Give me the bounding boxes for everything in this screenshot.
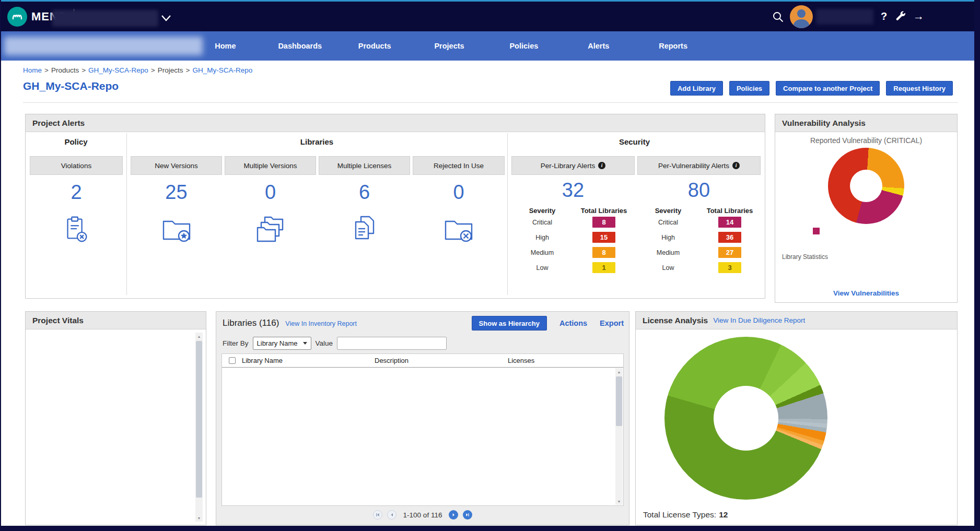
due-diligence-report-link[interactable]: View In Due Diligence Report	[713, 316, 805, 324]
nav-item-products[interactable]: Products	[337, 31, 412, 61]
alert-count: 6	[319, 181, 410, 204]
libraries-filter-row: Filter By Library Name Value	[223, 337, 447, 350]
organization-selector-redacted[interactable]	[52, 10, 158, 27]
security-tab-per-vulnerability-alerts[interactable]: Per-Vulnerability Alertsi	[637, 156, 761, 175]
libraries-titlerow: Libraries (116) View In Inventory Report	[223, 318, 357, 328]
nav-context-redacted	[4, 37, 203, 55]
nav-item-policies[interactable]: Policies	[486, 31, 561, 61]
prev-page-button[interactable]	[387, 510, 396, 520]
clipboard-alert-icon	[30, 214, 123, 244]
breadcrumb-segment: Products	[51, 66, 79, 74]
severity-count-badge: 8	[592, 247, 615, 258]
action-request-history[interactable]: Request History	[886, 81, 953, 96]
breadcrumb-segment[interactable]: GH_My-SCA-Repo	[192, 66, 252, 74]
action-add-library[interactable]: Add Library	[670, 81, 723, 96]
severity-label: High	[511, 234, 573, 241]
filter-field-select[interactable]: Library Name	[253, 337, 311, 350]
vulnerability-legend	[813, 225, 933, 237]
license-analysis-panel: License Analysis View In Due Diligence R…	[635, 311, 958, 525]
severity-row-high: High15	[511, 230, 635, 245]
actions-button[interactable]: Actions	[559, 319, 587, 327]
security-table-per-vulnerability: Per-Vulnerability Alertsi80SeverityTotal…	[637, 156, 761, 275]
info-icon[interactable]: i	[598, 162, 605, 169]
group-policy-label: Policy	[26, 137, 126, 146]
last-page-button[interactable]	[463, 510, 472, 520]
table-scrollbar[interactable]: ▲ ▼	[615, 368, 623, 505]
breadcrumb: Home>Products>GH_My-SCA-Repo>Projects>GH…	[23, 66, 252, 74]
alert-count: 0	[413, 181, 505, 204]
select-arrow-icon	[303, 342, 307, 345]
alert-tab-multiple-versions[interactable]: Multiple Versions	[225, 156, 316, 175]
alert-tab-new-versions[interactable]: New Versions	[131, 156, 222, 175]
logout-arrow-icon[interactable]: →	[913, 10, 924, 22]
scroll-down-icon[interactable]: ▼	[195, 514, 203, 522]
breadcrumb-segment[interactable]: GH_My-SCA-Repo	[88, 66, 148, 74]
page-title: GH_My-SCA-Repo	[23, 80, 119, 92]
scroll-up-icon[interactable]: ▲	[195, 333, 203, 340]
severity-row-high: High36	[637, 230, 761, 245]
alert-tab-rejected-in-use[interactable]: Rejected In Use	[413, 156, 505, 175]
severity-count-badge: 27	[718, 247, 741, 258]
next-page-button[interactable]	[449, 510, 458, 520]
search-icon[interactable]	[772, 11, 784, 25]
severity-row-critical: Critical14	[637, 215, 761, 230]
info-icon[interactable]: i	[732, 162, 740, 169]
severity-count-badge: 14	[718, 217, 741, 228]
total-libraries-column-header: Total Libraries	[573, 207, 635, 215]
nav-item-projects[interactable]: Projects	[412, 31, 487, 61]
select-all-checkbox[interactable]	[229, 357, 236, 364]
nav-item-reports[interactable]: Reports	[636, 31, 710, 61]
vulnerability-analysis-title: Vulnerability Analysis	[782, 119, 866, 128]
severity-row-medium: Medium27	[637, 245, 761, 260]
chevron-down-icon[interactable]	[161, 14, 171, 23]
alert-column-multiple-licenses: Multiple Licenses6	[319, 156, 410, 244]
window-left-border	[0, 0, 1, 531]
action-policies[interactable]: Policies	[729, 81, 769, 96]
libraries-panel: Libraries (116) View In Inventory Report…	[216, 311, 629, 525]
severity-label: Medium	[511, 249, 573, 256]
settings-wrench-icon[interactable]	[895, 11, 906, 24]
alert-tab-multiple-licenses[interactable]: Multiple Licenses	[319, 156, 410, 175]
folder-star-icon	[131, 214, 222, 244]
breadcrumb-segment[interactable]: Home	[23, 66, 42, 74]
project-alerts-title: Project Alerts	[32, 119, 85, 128]
first-page-button[interactable]	[373, 510, 382, 520]
export-button[interactable]: Export	[600, 319, 624, 327]
user-avatar[interactable]	[790, 5, 813, 28]
scrollbar-thumb[interactable]	[616, 376, 622, 426]
security-tab-per-library-alerts[interactable]: Per-Library Alertsi	[511, 156, 635, 175]
libraries-buttons: Show as Hierarchy Actions Export	[472, 316, 624, 331]
alert-count: 2	[30, 181, 123, 204]
scroll-up-icon[interactable]: ▲	[615, 368, 623, 375]
security-table-per-library: Per-Library Alertsi32SeverityTotal Libra…	[511, 156, 635, 275]
vulnerability-chart-subtitle: Reported Vulnerability (CRITICAL)	[775, 136, 957, 145]
alert-column-rejected-in-use: Rejected In Use0	[413, 156, 505, 244]
nav-item-alerts[interactable]: Alerts	[561, 31, 636, 61]
page-action-buttons: Add LibraryPoliciesCompare to another Pr…	[670, 81, 953, 96]
vitals-scrollbar[interactable]: ▲ ▼	[195, 333, 203, 522]
nav-item-dashboards[interactable]: Dashboards	[263, 31, 337, 61]
scroll-down-icon[interactable]: ▼	[615, 498, 623, 505]
column-divider	[507, 133, 508, 295]
filter-value-input[interactable]	[337, 337, 447, 350]
vulnerability-donut-chart	[828, 148, 904, 224]
alert-tab-violations[interactable]: Violations	[30, 156, 123, 175]
breadcrumb-segment: Projects	[158, 66, 183, 74]
total-license-types-value: 12	[719, 510, 728, 519]
severity-column-header: Severity	[511, 207, 573, 215]
scrollbar-thumb[interactable]	[196, 341, 202, 498]
severity-label: Critical	[637, 219, 699, 226]
action-compare-to-another-project[interactable]: Compare to another Project	[776, 81, 880, 96]
license-analysis-header: License Analysis View In Due Diligence R…	[636, 312, 957, 329]
help-icon[interactable]: ?	[881, 10, 887, 22]
severity-count-badge: 8	[592, 217, 615, 228]
show-as-hierarchy-button[interactable]: Show as Hierarchy	[472, 316, 547, 331]
severity-label: Medium	[637, 249, 699, 256]
project-alerts-panel: Project Alerts Policy Libraries Security…	[25, 114, 765, 299]
alert-column-violations: Violations2	[30, 156, 123, 244]
view-inventory-report-link[interactable]: View In Inventory Report	[285, 320, 357, 327]
view-vulnerabilities-link[interactable]: View Vulnerabilities	[775, 289, 957, 297]
total-license-types: Total License Types:12	[643, 510, 728, 520]
nav-item-home[interactable]: Home	[188, 31, 263, 61]
group-security-label: Security	[507, 137, 762, 146]
